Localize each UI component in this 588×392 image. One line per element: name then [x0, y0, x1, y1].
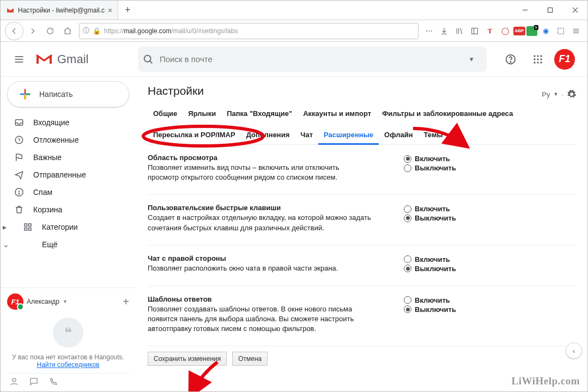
hangouts-tab-contacts-icon[interactable] [9, 377, 19, 388]
sidebar-item-more[interactable]: ⌄Ещё [1, 236, 136, 253]
url-host: mail.google.com [124, 27, 171, 35]
settings-tab[interactable]: Офлайн [379, 126, 419, 144]
google-apps-button[interactable] [527, 48, 549, 70]
settings-tab[interactable]: Фильтры и заблокированные адреса [377, 105, 518, 122]
radio-label: Выключить [415, 164, 456, 172]
settings-tab[interactable]: Дополнения [241, 126, 295, 144]
hangouts-find-link[interactable]: Найти собеседников [37, 361, 100, 369]
language-dropdown-icon[interactable]: ▼ [553, 91, 558, 97]
radio-enable[interactable]: Включить [404, 296, 496, 304]
sidebar-item-sent[interactable]: Отправленные [1, 166, 136, 183]
sidebar-item-flag[interactable]: Важные [1, 149, 136, 166]
toolbar-o-extension-icon[interactable]: ◯ [498, 24, 512, 38]
search-bar[interactable]: ▾ [138, 47, 487, 72]
new-tab-button[interactable]: + [118, 1, 137, 20]
settings-tab[interactable]: Пересылка и POP/IMAP [148, 126, 241, 144]
language-label[interactable]: Ру [542, 90, 550, 99]
chevron-down-icon: ⌄ [3, 240, 14, 249]
sidebar-item-categories[interactable]: ▸Категории [1, 218, 136, 236]
settings-tab[interactable]: Ярлыки [183, 105, 221, 122]
svg-point-21 [534, 55, 535, 57]
support-button[interactable] [500, 48, 522, 70]
address-bar[interactable]: ⓘ 🔒 https://mail.google.com/mail/u/0/#se… [79, 23, 419, 39]
gmail-favicon [6, 6, 15, 15]
search-icon [142, 53, 154, 65]
sidebar-item-label: Спам [33, 188, 52, 197]
browser-tab-title: Настройки - liwihelp@gmail.c [18, 7, 105, 14]
radio-enable[interactable]: Включить [404, 255, 496, 264]
svg-point-27 [534, 62, 535, 63]
plus-icon [17, 87, 33, 102]
gear-icon[interactable] [567, 89, 577, 99]
gmail-header: Gmail ▾ F1 [1, 42, 587, 77]
settings-tab[interactable]: Темы [419, 126, 448, 144]
settings-tab[interactable]: Расширенные [318, 126, 379, 145]
main-menu-button[interactable] [7, 47, 31, 71]
toolbar-abp-icon[interactable]: ABP [513, 27, 525, 35]
section-title: Область просмотра [148, 154, 371, 162]
settings-tab[interactable]: Общие [148, 105, 183, 122]
settings-main: Настройки Ру ▼ · ОбщиеЯрлыкиПапка "Входя… [136, 77, 587, 391]
sidebar-item-clock[interactable]: Отложенные [1, 131, 136, 149]
svg-line-18 [150, 60, 152, 63]
toolbar-t-extension-icon[interactable]: T [483, 24, 497, 38]
radio-disable[interactable]: Выключить [404, 305, 496, 314]
svg-point-17 [144, 55, 151, 62]
sidebar-item-inbox[interactable]: Входящие [1, 114, 136, 131]
toolbar-more-icon[interactable]: ⋯ [422, 24, 436, 38]
section-title: Пользовательские быстрые клавиши [148, 204, 371, 212]
settings-tab[interactable]: Аккаунты и импорт [298, 105, 377, 122]
save-button[interactable]: Сохранить изменения [148, 352, 227, 366]
settings-tab[interactable]: Чат [295, 126, 318, 144]
sidebar-item-spam[interactable]: Спам [1, 183, 136, 201]
radio-icon [404, 305, 411, 313]
section-title: Чат с правой стороны [148, 254, 371, 262]
tab-close-icon[interactable]: × [108, 7, 112, 14]
hangouts-user-avatar[interactable]: F1 [7, 293, 23, 310]
sidebar-item-label: Важные [33, 153, 62, 162]
site-info-icon[interactable]: ⓘ [83, 26, 89, 35]
search-options-dropdown[interactable]: ▾ [460, 55, 482, 63]
nav-forward-button[interactable] [25, 23, 41, 39]
radio-icon [404, 164, 411, 172]
toolbar-extension-badge-icon[interactable]: 9 [526, 26, 537, 36]
cancel-button[interactable]: Отмена [232, 352, 268, 366]
toolbar-library-icon[interactable] [452, 24, 466, 38]
hangouts-tab-phone-icon[interactable] [49, 377, 58, 388]
toolbar-download-icon[interactable] [437, 24, 451, 38]
nav-reload-button[interactable] [42, 23, 58, 39]
hangouts-tab-chat-icon[interactable] [29, 377, 39, 388]
hangouts-user-name: Александр [27, 298, 59, 305]
toolbar-camera-icon[interactable]: ◉ [538, 24, 553, 38]
window-minimize-button[interactable] [512, 1, 537, 20]
svg-rect-41 [25, 228, 27, 231]
account-avatar[interactable]: F1 [554, 49, 575, 70]
browser-tab[interactable]: Настройки - liwihelp@gmail.c × [1, 1, 118, 20]
nav-home-button[interactable] [59, 23, 76, 39]
window-close-button[interactable] [562, 1, 587, 20]
radio-icon [404, 215, 411, 222]
toolbar-sidebar-icon[interactable] [468, 24, 482, 38]
hangouts-status-dropdown[interactable]: ▼ [63, 299, 68, 304]
gmail-logo[interactable]: Gmail [35, 52, 134, 66]
radio-disable[interactable]: Выключить [404, 164, 496, 172]
radio-enable[interactable]: Включить [404, 205, 496, 213]
sidebar-item-label: Ещё [42, 240, 58, 249]
sidebar-item-label: Входящие [33, 118, 69, 127]
radio-disable[interactable]: Выключить [404, 214, 496, 222]
radio-label: Включить [415, 255, 450, 264]
hangouts-add-contact-button[interactable]: + [123, 296, 129, 308]
sidebar-item-trash[interactable]: Корзина [1, 201, 136, 218]
radio-enable[interactable]: Включить [404, 155, 496, 163]
search-input[interactable] [159, 54, 456, 64]
toolbar-menu-icon[interactable] [569, 24, 583, 38]
svg-point-38 [19, 193, 20, 194]
window-maximize-button[interactable] [537, 1, 562, 20]
toolbar-screenshot-icon[interactable] [554, 24, 568, 38]
hangouts-empty-icon: ❝ [53, 317, 83, 348]
nav-back-button[interactable] [5, 22, 23, 40]
radio-disable[interactable]: Выключить [404, 265, 496, 273]
compose-button[interactable]: Написать [7, 81, 129, 107]
keyboard-hint-fab[interactable]: ‹ [566, 342, 582, 359]
settings-tab[interactable]: Папка "Входящие" [221, 105, 298, 122]
